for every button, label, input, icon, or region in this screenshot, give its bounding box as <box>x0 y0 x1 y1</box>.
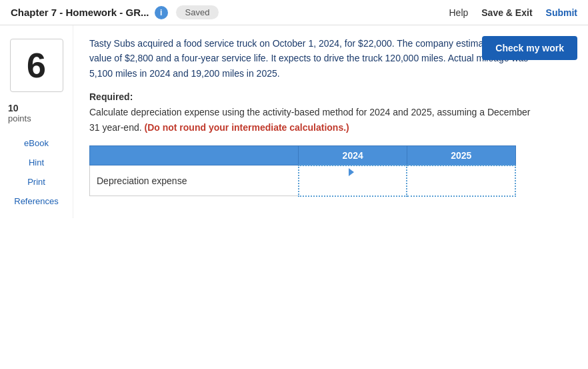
save-exit-link[interactable]: Save & Exit <box>481 7 532 18</box>
sidebar-nav: eBook Hint Print References <box>0 134 73 210</box>
required-text: Calculate depreciation expense using the… <box>89 105 543 135</box>
row-label: Depreciation expense <box>90 165 299 196</box>
table-row: Depreciation expense <box>90 165 516 196</box>
sidebar-item-print[interactable]: Print <box>4 173 69 191</box>
sidebar: 6 10 points eBook Hint Print References <box>0 25 73 218</box>
info-icon[interactable]: i <box>155 6 168 19</box>
required-section: Required: Calculate depreciation expense… <box>89 91 543 135</box>
main-content: 6 10 points eBook Hint Print References … <box>0 25 588 218</box>
saved-badge: Saved <box>176 5 219 19</box>
table-header-2024: 2024 <box>299 145 407 165</box>
points-section: 10 points <box>0 103 73 134</box>
required-label: Required: <box>89 91 543 102</box>
header-nav: Help Save & Exit Submit <box>449 7 577 18</box>
problem-text: Tasty Subs acquired a food service truck… <box>89 36 543 81</box>
page-title: Chapter 7 - Homework - GR... <box>11 7 149 18</box>
input-indicator-icon <box>349 168 354 176</box>
sidebar-item-references[interactable]: References <box>4 192 69 210</box>
check-work-button[interactable]: Check my work <box>482 36 577 60</box>
table-header-label <box>90 145 299 165</box>
input-cell-2024[interactable] <box>299 165 407 196</box>
table-body: Depreciation expense <box>90 165 516 196</box>
sidebar-item-hint[interactable]: Hint <box>4 153 69 171</box>
input-cell-2025[interactable] <box>407 165 515 196</box>
depreciation-table: 2024 2025 Depreciation expense <box>89 145 516 197</box>
no-round-text: (Do not round your intermediate calculat… <box>145 122 349 133</box>
question-number: 6 <box>10 39 63 92</box>
submit-link[interactable]: Submit <box>546 7 577 18</box>
points-label: points <box>8 113 65 123</box>
depreciation-table-container: 2024 2025 Depreciation expense <box>89 145 516 197</box>
sidebar-item-ebook[interactable]: eBook <box>4 134 69 152</box>
help-link[interactable]: Help <box>449 7 468 18</box>
page-header: Chapter 7 - Homework - GR... i Saved Hel… <box>0 0 588 25</box>
content-area: Check my work Tasty Subs acquired a food… <box>73 25 588 218</box>
points-value: 10 <box>8 103 65 113</box>
input-2024[interactable] <box>299 177 407 196</box>
depreciation-expense-label: Depreciation expense <box>97 175 187 186</box>
input-2025[interactable] <box>407 171 515 190</box>
table-header: 2024 2025 <box>90 145 516 165</box>
table-header-2025: 2025 <box>407 145 515 165</box>
